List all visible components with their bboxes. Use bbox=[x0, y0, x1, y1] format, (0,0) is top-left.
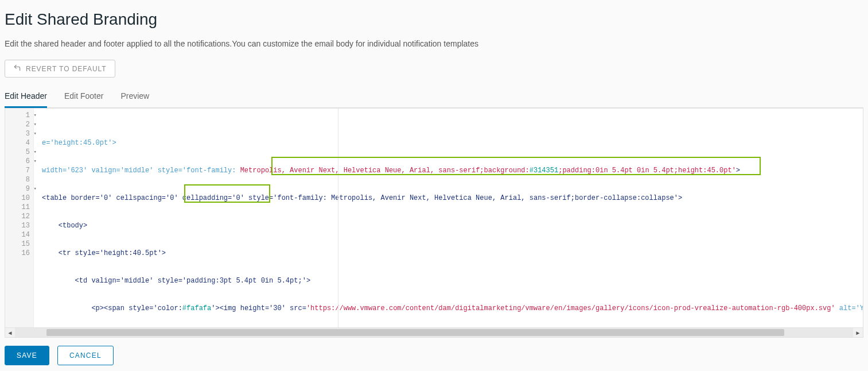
scroll-right-icon[interactable]: ► bbox=[853, 328, 863, 338]
line-number: 1 bbox=[5, 111, 30, 120]
scroll-thumb[interactable] bbox=[46, 329, 784, 336]
editor-horizontal-scrollbar[interactable]: ◄ ► bbox=[5, 327, 863, 337]
cancel-button[interactable]: Cancel bbox=[57, 346, 114, 365]
line-number: 5 bbox=[5, 148, 30, 157]
tab-edit-header[interactable]: Edit Header bbox=[5, 87, 47, 108]
revert-label: Revert to default bbox=[26, 65, 107, 73]
line-number: 8 bbox=[5, 175, 30, 184]
line-number: 7 bbox=[5, 166, 30, 175]
code-editor[interactable]: 1 2 3 4 5 6 7 8 9 10 11 12 13 14 15 16 e… bbox=[5, 108, 863, 338]
code-line: <p><span style='color:#fafafa'><img heig… bbox=[42, 304, 863, 313]
save-button[interactable]: Save bbox=[5, 346, 49, 365]
scroll-track[interactable] bbox=[15, 328, 853, 337]
line-number: 3 bbox=[5, 129, 30, 138]
tabs: Edit Header Edit Footer Preview bbox=[5, 87, 863, 108]
page-description: Edit the shared header and footer applie… bbox=[5, 39, 863, 48]
line-number: 2 bbox=[5, 120, 30, 129]
editor-code-area[interactable]: e='height:45.0pt'> width='623' valign='m… bbox=[34, 109, 863, 327]
scroll-left-icon[interactable]: ◄ bbox=[5, 328, 15, 338]
code-line: <tr style='height:40.5pt'> bbox=[42, 249, 863, 258]
line-number: 10 bbox=[5, 194, 30, 203]
code-line: e='height:45.0pt'> bbox=[42, 138, 863, 148]
undo-icon bbox=[13, 64, 21, 74]
line-number: 6 bbox=[5, 157, 30, 166]
line-number: 14 bbox=[5, 230, 30, 239]
page-title: Edit Shared Branding bbox=[5, 10, 863, 29]
editor-guide-line bbox=[338, 109, 338, 327]
line-number: 16 bbox=[5, 249, 30, 258]
line-number: 15 bbox=[5, 239, 30, 249]
line-number: 9 bbox=[5, 184, 30, 194]
line-number: 12 bbox=[5, 212, 30, 221]
line-number: 13 bbox=[5, 221, 30, 230]
tab-preview[interactable]: Preview bbox=[120, 87, 149, 107]
line-number: 11 bbox=[5, 203, 30, 212]
code-line: <table border='0' cellspacing='0' cellpa… bbox=[42, 194, 863, 203]
line-number: 4 bbox=[5, 138, 30, 148]
code-line: width='623' valign='middle' style='font-… bbox=[42, 166, 863, 175]
code-line: <td valign='middle' style='padding:3pt 5… bbox=[42, 276, 863, 285]
editor-gutter: 1 2 3 4 5 6 7 8 9 10 11 12 13 14 15 16 bbox=[5, 109, 34, 327]
tab-edit-footer[interactable]: Edit Footer bbox=[64, 87, 103, 107]
footer-buttons: Save Cancel bbox=[5, 346, 863, 365]
code-line: <tbody> bbox=[42, 221, 863, 230]
revert-to-default-button[interactable]: Revert to default bbox=[5, 60, 115, 78]
